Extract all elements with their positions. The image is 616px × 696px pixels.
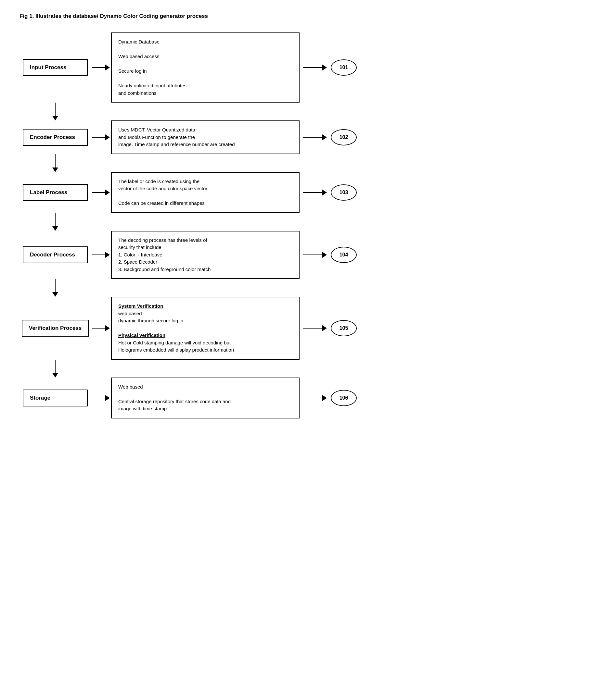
spacer-5 <box>19 360 597 378</box>
label-description-box: The label or code is created using the v… <box>111 172 299 213</box>
spacer-1 <box>19 102 597 121</box>
encoder-ref-oval: 102 <box>331 129 357 145</box>
decoder-description-box: The decoding process has three levels of… <box>111 231 299 279</box>
spacer-4 <box>19 279 597 297</box>
encoder-process-box: Encoder Process <box>23 129 88 146</box>
page-title: Fig 1. Illustrates the database/ Dynamo … <box>19 13 597 19</box>
arrow-encoder-to-desc <box>92 135 110 140</box>
arrow-verification-to-ref <box>303 325 327 331</box>
arrow-decoder-to-desc <box>92 252 110 258</box>
row-decoder: Decoder Process The decoding process has… <box>19 231 597 279</box>
encoder-description-box: Uses MDCT, Vector Quantized data and Mob… <box>111 121 299 154</box>
system-verification-title: System Verification <box>118 303 163 309</box>
storage-ref-oval: 106 <box>331 390 357 406</box>
storage-description-box: Web based Central storage repository tha… <box>111 378 299 418</box>
arrow-input-to-desc <box>92 65 110 70</box>
verification-description-box: System Verification web based dynamic th… <box>111 297 299 360</box>
arrow-storage-to-desc <box>92 395 110 401</box>
verification-process-box: Verification Process <box>22 320 89 337</box>
storage-process-box: Storage <box>23 390 88 407</box>
physical-verification-title: Physical verification <box>118 332 165 338</box>
row-input: Input Process Dynamic Database Web based… <box>19 32 597 102</box>
spacer-3 <box>19 213 597 231</box>
row-encoder: Encoder Process Uses MDCT, Vector Quanti… <box>19 121 597 154</box>
arrow-input-to-ref <box>303 65 327 70</box>
input-ref-oval: 101 <box>331 59 357 76</box>
row-storage: Storage Web based Central storage reposi… <box>19 378 597 418</box>
input-description-box: Dynamic Database Web based access Secure… <box>111 32 299 102</box>
row-label: Label Process The label or code is creat… <box>19 172 597 213</box>
decoder-process-box: Decoder Process <box>23 247 88 263</box>
input-process-box: Input Process <box>23 59 88 76</box>
label-ref-oval: 103 <box>331 185 357 201</box>
arrow-verification-to-desc <box>92 325 110 331</box>
arrow-label-to-ref <box>303 190 327 195</box>
spacer-2 <box>19 154 597 172</box>
arrow-decoder-to-ref <box>303 252 327 258</box>
row-verification: Verification Process System Verification… <box>19 297 597 360</box>
label-process-box: Label Process <box>23 184 88 201</box>
verification-ref-oval: 105 <box>331 320 357 336</box>
diagram: Input Process Dynamic Database Web based… <box>19 32 597 418</box>
arrow-encoder-to-ref <box>303 135 327 140</box>
arrow-storage-to-ref <box>303 395 327 401</box>
arrow-label-to-desc <box>92 190 110 195</box>
decoder-ref-oval: 104 <box>331 247 357 263</box>
